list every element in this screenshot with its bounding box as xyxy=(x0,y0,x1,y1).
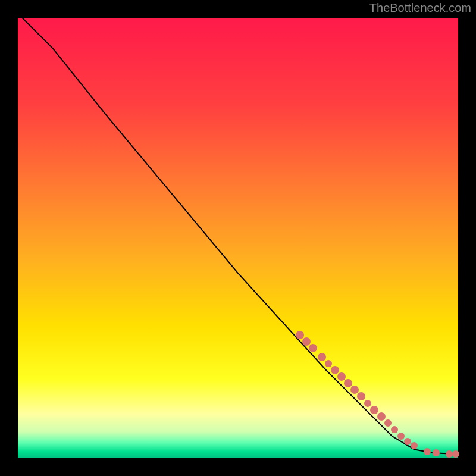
data-point xyxy=(325,360,332,367)
data-point xyxy=(433,449,440,456)
data-point xyxy=(331,366,339,374)
data-point xyxy=(397,433,405,440)
data-point xyxy=(377,412,386,421)
data-point xyxy=(452,450,459,458)
data-point xyxy=(309,344,317,352)
data-point xyxy=(296,331,304,339)
data-point xyxy=(411,442,418,449)
data-point xyxy=(364,400,371,407)
data-point xyxy=(350,386,359,394)
data-points-layer xyxy=(18,18,458,458)
data-point xyxy=(404,438,411,445)
data-point xyxy=(302,337,311,346)
data-point xyxy=(384,419,392,427)
data-point xyxy=(370,406,378,414)
data-point xyxy=(391,426,398,433)
plot-area xyxy=(18,18,458,458)
data-point xyxy=(318,353,326,361)
data-point xyxy=(344,379,352,387)
data-point xyxy=(357,392,365,400)
data-point xyxy=(337,372,346,381)
attribution-text: TheBottleneck.com xyxy=(369,1,471,15)
data-point xyxy=(424,448,431,455)
